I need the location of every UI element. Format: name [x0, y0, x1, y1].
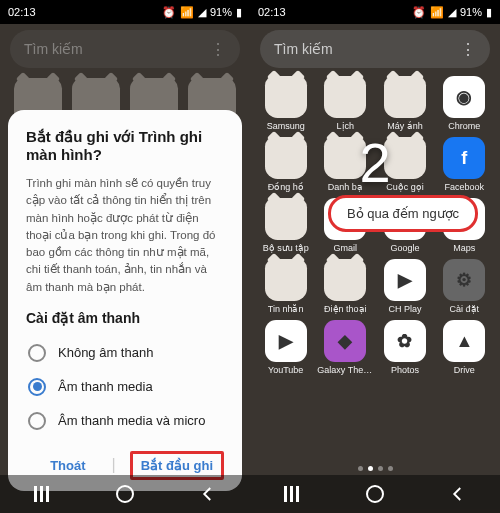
- radio-icon: [28, 344, 46, 362]
- wifi-icon: 📶: [180, 6, 194, 19]
- signal-icon: ◢: [448, 6, 456, 19]
- app-photos[interactable]: ✿Photos: [377, 320, 432, 375]
- dialog-section-heading: Cài đặt âm thanh: [26, 310, 224, 326]
- search-placeholder: Tìm kiếm: [24, 41, 83, 57]
- app-điện-thoại[interactable]: Điện thoại: [317, 259, 373, 314]
- app-label: Facebook: [445, 182, 485, 192]
- app-icon: [324, 259, 366, 301]
- radio-icon: [28, 378, 46, 396]
- radio-option-no-sound[interactable]: Không âm thanh: [26, 336, 224, 370]
- app-cuộc-gọi[interactable]: Cuộc gọi: [377, 137, 432, 192]
- nav-home-button[interactable]: [364, 483, 386, 505]
- app-label: YouTube: [268, 365, 303, 375]
- battery-pct: 91%: [210, 6, 232, 18]
- permission-dialog: Bắt đầu ghi với Trình ghi màn hình? Trìn…: [8, 110, 242, 491]
- radio-icon: [28, 412, 46, 430]
- phone-left: 02:13 ⏰ 📶 ◢ 91% ▮ Tìm kiếm ⋮ Samsung Lịc…: [0, 0, 250, 513]
- app-label: Drive: [454, 365, 475, 375]
- app-label: Tin nhắn: [268, 304, 304, 314]
- search-bar[interactable]: Tìm kiếm ⋮: [260, 30, 490, 68]
- wifi-icon: 📶: [430, 6, 444, 19]
- status-indicators: ⏰ 📶 ◢ 91% ▮: [162, 6, 242, 19]
- app-drive[interactable]: ▲Drive: [437, 320, 492, 375]
- nav-recent-button[interactable]: [31, 483, 53, 505]
- app-label: Google: [390, 243, 419, 253]
- search-placeholder: Tìm kiếm: [274, 41, 333, 57]
- app-youtube[interactable]: ▶YouTube: [258, 320, 313, 375]
- app-tin-nhắn[interactable]: Tin nhắn: [258, 259, 313, 314]
- phone-right: 02:13 ⏰ 📶 ◢ 91% ▮ Tìm kiếm ⋮ SamsungLịch…: [250, 0, 500, 513]
- dialog-body: Trình ghi màn hình sẽ có quyền truy cập …: [26, 175, 224, 296]
- app-icon: ▶: [384, 259, 426, 301]
- app-label: Bộ sưu tập: [263, 243, 309, 253]
- app-icon: ▶: [265, 320, 307, 362]
- skip-countdown-button[interactable]: Bỏ qua đếm ngược: [328, 195, 478, 232]
- more-icon[interactable]: ⋮: [460, 40, 476, 59]
- alarm-icon: ⏰: [412, 6, 426, 19]
- app-icon: [384, 76, 426, 118]
- nav-recent-button[interactable]: [281, 483, 303, 505]
- alarm-icon: ⏰: [162, 6, 176, 19]
- app-label: Gmail: [334, 243, 358, 253]
- app-galaxy-themes[interactable]: ◆Galaxy Themes: [317, 320, 373, 375]
- app-label: Đồng hồ: [268, 182, 304, 192]
- radio-label: Không âm thanh: [58, 345, 153, 360]
- app-label: Cài đặt: [450, 304, 480, 314]
- app-label: Cuộc gọi: [386, 182, 424, 192]
- app-icon: ✿: [384, 320, 426, 362]
- app-label: Danh bạ: [328, 182, 363, 192]
- status-time: 02:13: [258, 6, 286, 18]
- app-label: Điện thoại: [324, 304, 367, 314]
- app-label: Maps: [453, 243, 475, 253]
- app-label: Galaxy Themes: [317, 365, 373, 375]
- app-icon: [324, 76, 366, 118]
- app-label: Chrome: [448, 121, 480, 131]
- radio-label: Âm thanh media và micro: [58, 413, 205, 428]
- action-separator: |: [112, 456, 116, 474]
- app-bộ-sưu-tập[interactable]: Bộ sưu tập: [258, 198, 313, 253]
- nav-bar: [250, 475, 500, 513]
- app-icon: [265, 137, 307, 179]
- search-bar[interactable]: Tìm kiếm ⋮: [10, 30, 240, 68]
- app-icon: [324, 137, 366, 179]
- app-label: Samsung: [267, 121, 305, 131]
- nav-home-button[interactable]: [114, 483, 136, 505]
- app-danh-bạ[interactable]: Danh bạ: [317, 137, 373, 192]
- app-đồng-hồ[interactable]: Đồng hồ: [258, 137, 313, 192]
- app-label: Máy ảnh: [387, 121, 423, 131]
- app-label: Photos: [391, 365, 419, 375]
- app-icon: [384, 137, 426, 179]
- app-icon: ⚙: [443, 259, 485, 301]
- radio-option-media-mic[interactable]: Âm thanh media và micro: [26, 404, 224, 438]
- app-icon: ▲: [443, 320, 485, 362]
- more-icon[interactable]: ⋮: [210, 40, 226, 59]
- nav-back-button[interactable]: [447, 483, 469, 505]
- radio-option-media[interactable]: Âm thanh media: [26, 370, 224, 404]
- app-label: CH Play: [388, 304, 421, 314]
- app-icon: ◆: [324, 320, 366, 362]
- app-cài-đặt[interactable]: ⚙Cài đặt: [437, 259, 492, 314]
- battery-pct: 91%: [460, 6, 482, 18]
- battery-icon: ▮: [486, 6, 492, 19]
- app-lịch[interactable]: Lịch: [317, 76, 373, 131]
- radio-label: Âm thanh media: [58, 379, 153, 394]
- battery-icon: ▮: [236, 6, 242, 19]
- nav-back-button[interactable]: [197, 483, 219, 505]
- status-bar: 02:13 ⏰ 📶 ◢ 91% ▮: [0, 0, 250, 24]
- app-samsung[interactable]: Samsung: [258, 76, 313, 131]
- app-máy-ảnh[interactable]: Máy ảnh: [377, 76, 432, 131]
- app-icon: [265, 198, 307, 240]
- app-icon: [265, 259, 307, 301]
- dialog-title: Bắt đầu ghi với Trình ghi màn hình?: [26, 128, 224, 163]
- app-icon: f: [443, 137, 485, 179]
- app-facebook[interactable]: fFacebook: [437, 137, 492, 192]
- app-icon: ◉: [443, 76, 485, 118]
- status-indicators: ⏰ 📶 ◢ 91% ▮: [412, 6, 492, 19]
- app-label: Lịch: [337, 121, 355, 131]
- status-bar: 02:13 ⏰ 📶 ◢ 91% ▮: [250, 0, 500, 24]
- status-time: 02:13: [8, 6, 36, 18]
- app-ch-play[interactable]: ▶CH Play: [377, 259, 432, 314]
- nav-bar: [0, 475, 250, 513]
- app-chrome[interactable]: ◉Chrome: [437, 76, 492, 131]
- app-icon: [265, 76, 307, 118]
